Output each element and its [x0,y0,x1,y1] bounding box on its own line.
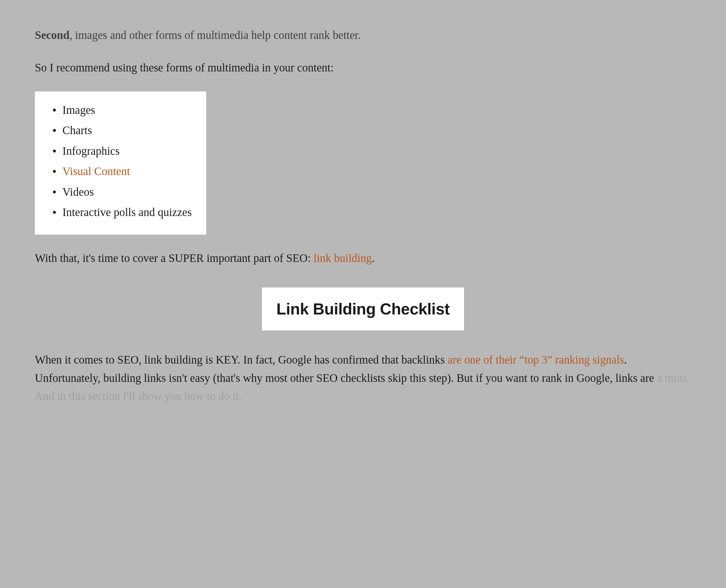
section-heading: Link Building Checklist [276,296,450,322]
p1-rest: , images and other forms of multimedia h… [69,29,361,41]
list-item: Charts [49,122,192,139]
paragraph-recommend: So I recommend using these forms of mult… [35,59,691,77]
visual-content-link[interactable]: Visual Content [62,165,130,177]
list-item-text: Images [62,104,95,116]
paragraph-with-that: With that, it's time to cover a SUPER im… [35,249,691,267]
list-item: Interactive polls and quizzes [49,204,192,221]
list-item: Visual Content [49,163,192,180]
p3-before: With that, it's time to cover a SUPER im… [35,252,314,264]
list-item: Infographics [49,143,192,160]
list-item-text: Interactive polls and quizzes [62,206,192,218]
paragraph-link-building-intro: When it comes to SEO, link building is K… [35,351,691,405]
list-item-text: Charts [62,124,92,136]
paragraph-second: Second, images and other forms of multim… [35,26,691,44]
section-heading-box: Link Building Checklist [262,288,464,331]
p4-part1: When it comes to SEO, link building is K… [35,353,448,366]
list-item-text: Videos [62,186,94,198]
link-building-link[interactable]: link building [314,252,372,264]
bold-second: Second [35,29,69,41]
multimedia-list-box: Images Charts Infographics Visual Conten… [35,91,206,235]
multimedia-list: Images Charts Infographics Visual Conten… [49,102,192,221]
top3-ranking-link[interactable]: are one of their “top 3” ranking signals [448,353,624,366]
list-item: Images [49,102,192,119]
list-item-text: Infographics [62,145,120,157]
list-item: Videos [49,184,192,201]
p3-after: . [372,252,375,264]
